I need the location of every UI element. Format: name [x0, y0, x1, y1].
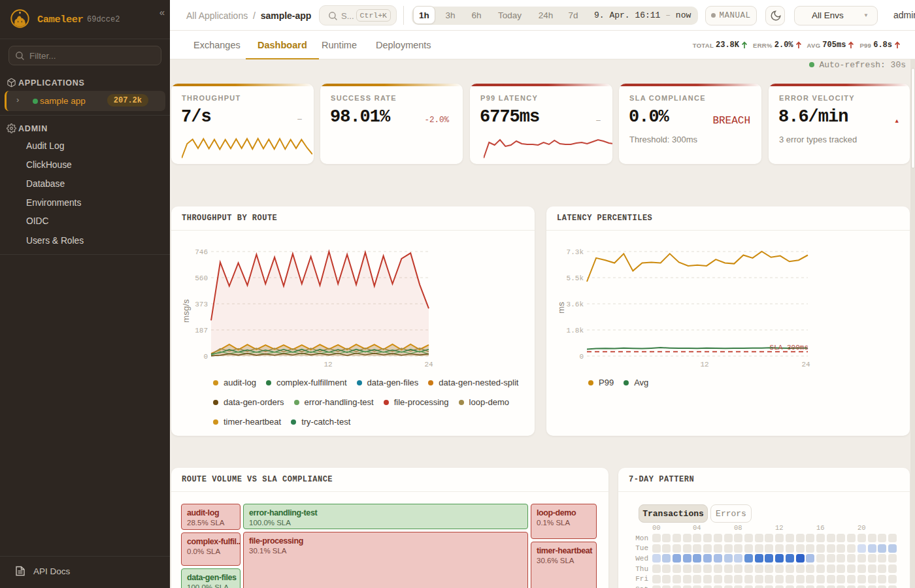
svg-text:1.8k: 1.8k [567, 327, 584, 335]
svg-text:7.3k: 7.3k [567, 248, 584, 256]
svg-text:746: 746 [195, 248, 208, 256]
svg-text:187: 187 [195, 327, 208, 335]
svg-text:SLA 300ms: SLA 300ms [770, 344, 808, 351]
svg-text:5.5k: 5.5k [567, 274, 584, 282]
svg-text:24: 24 [424, 361, 433, 368]
svg-text:msg/s: msg/s [181, 299, 191, 323]
svg-text:0: 0 [579, 353, 584, 361]
svg-text:12: 12 [700, 361, 708, 368]
svg-text:0: 0 [203, 353, 208, 361]
svg-text:ms: ms [556, 302, 566, 314]
svg-text:3.6k: 3.6k [567, 301, 584, 308]
svg-text:12: 12 [324, 361, 332, 368]
svg-text:560: 560 [195, 274, 208, 282]
svg-text:24: 24 [801, 361, 810, 368]
svg-text:373: 373 [195, 301, 208, 308]
